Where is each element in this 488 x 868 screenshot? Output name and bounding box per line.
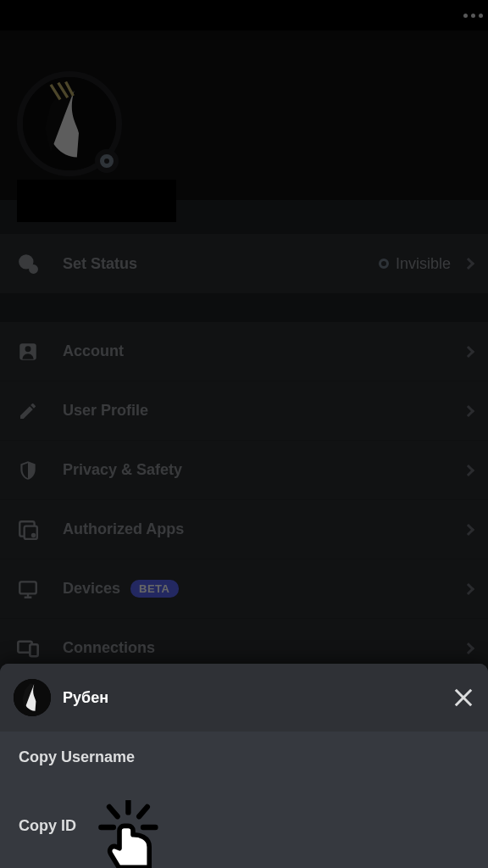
status-value-wrap: Invisible — [379, 255, 473, 273]
chevron-right-icon — [463, 404, 474, 416]
svg-line-14 — [139, 807, 147, 816]
copy-id-button[interactable]: Copy ID — [0, 783, 488, 868]
pencil-icon — [15, 398, 41, 424]
chevron-right-icon — [463, 464, 474, 476]
sheet-username: Рубен — [63, 689, 441, 707]
chevron-right-icon — [463, 345, 474, 357]
account-row[interactable]: Account — [0, 322, 488, 381]
connections-label: Connections — [63, 639, 458, 657]
chevron-right-icon — [463, 582, 474, 594]
svg-rect-6 — [25, 526, 37, 538]
copy-id-label: Copy ID — [19, 817, 76, 835]
close-icon[interactable] — [452, 687, 474, 709]
presence-indicator-offline-icon — [95, 149, 119, 173]
sheet-avatar — [14, 679, 51, 716]
person-icon — [15, 339, 41, 364]
chevron-right-icon — [463, 523, 474, 535]
copy-username-button[interactable]: Copy Username — [0, 732, 488, 783]
authorized-apps-label: Authorized Apps — [63, 520, 458, 538]
more-options-icon[interactable] — [463, 14, 485, 18]
shield-icon — [15, 458, 41, 483]
user-action-sheet: Рубен Copy Username Copy ID — [0, 664, 488, 868]
username-redacted — [17, 180, 176, 222]
devices-icon — [15, 636, 41, 661]
set-status-label: Set Status — [63, 255, 379, 273]
copy-username-label: Copy Username — [19, 748, 135, 766]
avatar-container[interactable] — [17, 71, 122, 176]
beta-badge: BETA — [130, 580, 178, 598]
privacy-safety-label: Privacy & Safety — [63, 461, 458, 479]
status-value: Invisible — [396, 255, 451, 273]
account-label: Account — [63, 342, 458, 360]
chevron-right-icon — [463, 258, 474, 270]
profile-banner — [0, 31, 488, 200]
status-icon — [15, 251, 41, 276]
user-settings-list: Account User Profile Privacy & Safety Au… — [0, 322, 488, 678]
user-profile-row[interactable]: User Profile — [0, 381, 488, 441]
privacy-safety-row[interactable]: Privacy & Safety — [0, 441, 488, 500]
top-bar — [0, 0, 488, 31]
authorized-apps-row[interactable]: Authorized Apps — [0, 500, 488, 559]
tap-hint-icon — [90, 800, 166, 851]
svg-point-2 — [29, 264, 38, 274]
devices-label: Devices — [63, 580, 120, 598]
svg-point-4 — [25, 346, 31, 352]
section-gap — [0, 293, 488, 322]
monitor-icon — [15, 576, 41, 602]
set-status-row[interactable]: Set Status Invisible — [0, 234, 488, 293]
svg-line-13 — [109, 807, 118, 816]
user-profile-label: User Profile — [63, 402, 458, 420]
chevron-right-icon — [463, 642, 474, 654]
apps-icon — [15, 517, 41, 542]
sheet-header: Рубен — [0, 664, 488, 732]
status-section: Set Status Invisible — [0, 234, 488, 293]
devices-row[interactable]: Devices BETA — [0, 559, 488, 619]
svg-rect-8 — [19, 581, 36, 593]
svg-rect-10 — [30, 644, 37, 656]
svg-point-7 — [31, 532, 36, 537]
invisible-presence-icon — [379, 259, 389, 269]
